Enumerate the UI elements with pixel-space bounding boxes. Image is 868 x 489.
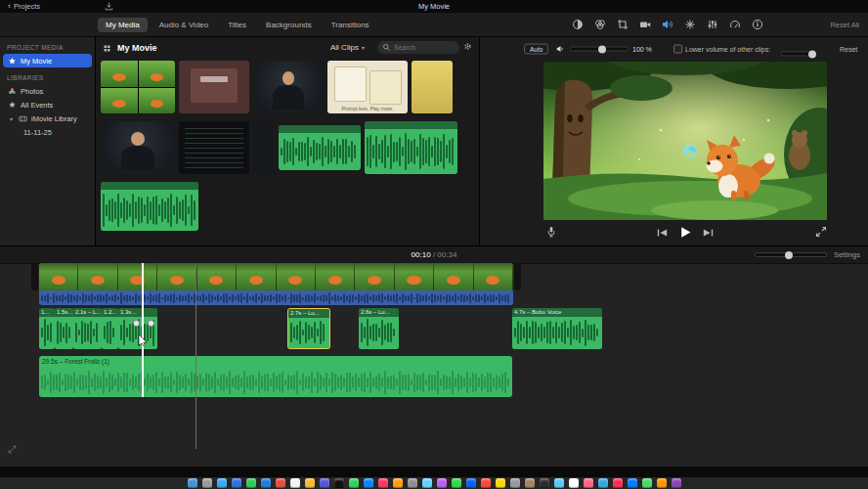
- noise-reduction-icon[interactable]: [684, 19, 696, 30]
- previous-frame-button[interactable]: [657, 227, 669, 239]
- audio-fade-handle[interactable]: [133, 320, 140, 327]
- media-clip-promo-cards[interactable]: Prompt less. Play more.: [327, 61, 408, 113]
- dock-app-icon[interactable]: [202, 478, 212, 488]
- play-button[interactable]: [679, 226, 692, 239]
- clip-trim-handle-right[interactable]: [514, 263, 521, 290]
- timeline-video-clip[interactable]: [39, 263, 513, 290]
- dock-app-icon[interactable]: [246, 478, 256, 488]
- timeline-audio-clip-7[interactable]: 2.6s – Lu...: [359, 308, 399, 349]
- back-to-projects-button[interactable]: ‹ Projects: [8, 2, 40, 11]
- dock-app-icon[interactable]: [598, 478, 608, 488]
- dock-app-icon[interactable]: [628, 478, 637, 488]
- lower-volume-slider[interactable]: [781, 52, 816, 57]
- dock-app-icon[interactable]: [510, 478, 520, 488]
- dock-app-icon[interactable]: [613, 478, 623, 488]
- dock-app-icon[interactable]: [408, 478, 417, 488]
- volume-slider-knob[interactable]: [598, 45, 606, 53]
- dock-app-icon[interactable]: [334, 478, 344, 488]
- dock-app-icon[interactable]: [554, 478, 564, 488]
- tab-backgrounds[interactable]: Backgrounds: [258, 18, 320, 32]
- timeline-zoom-corner-icon[interactable]: [8, 445, 17, 454]
- lower-volume-slider-knob[interactable]: [808, 50, 816, 58]
- media-clip-terminal[interactable]: [179, 121, 249, 174]
- dock-app-icon[interactable]: [393, 478, 403, 488]
- auto-volume-button[interactable]: Auto: [524, 44, 548, 55]
- info-icon[interactable]: [752, 19, 763, 30]
- import-media-icon[interactable]: [105, 2, 113, 11]
- timeline-zoom-knob[interactable]: [785, 251, 793, 259]
- media-clip-screenshot-brown[interactable]: [179, 61, 249, 113]
- timeline-audio-clip-1[interactable]: 1...: [39, 308, 55, 349]
- browser-settings-gear-icon[interactable]: [463, 42, 472, 51]
- media-clip-talking-head[interactable]: [253, 61, 324, 113]
- timeline-audio-clip-3[interactable]: 2.1s – L...: [73, 308, 102, 349]
- stabilization-icon[interactable]: [639, 19, 651, 30]
- tab-transitions[interactable]: Transitions: [324, 18, 377, 32]
- equalizer-icon[interactable]: [707, 19, 718, 30]
- media-clip-yellow[interactable]: [412, 61, 453, 113]
- microphone-icon[interactable]: [545, 226, 557, 238]
- dock-app-icon[interactable]: [422, 478, 432, 488]
- sidebar-item-photos[interactable]: Photos: [0, 84, 95, 98]
- dock-app-icon[interactable]: [290, 478, 300, 488]
- audio-fade-handle[interactable]: [148, 320, 154, 327]
- media-clip-audio-2[interactable]: [365, 121, 457, 174]
- dock-app-icon[interactable]: [320, 478, 329, 488]
- dock-app-icon[interactable]: [657, 478, 667, 488]
- clip-filter-dropdown[interactable]: All Clips ▾: [330, 43, 365, 52]
- clip-trim-handle-left[interactable]: [31, 263, 38, 290]
- sidebar-item-event-11-11-25[interactable]: 11-11-25: [0, 125, 95, 139]
- tab-my-media[interactable]: My Media: [98, 18, 148, 32]
- media-clip-fox-frames[interactable]: [101, 61, 175, 113]
- dock-app-icon[interactable]: [540, 478, 549, 488]
- timeline-music-clip-forest-frolic[interactable]: 29.5s – Forest Frolic (1): [39, 356, 512, 397]
- timeline-audio-clip-4[interactable]: 1.2...: [102, 308, 118, 349]
- media-clip-audio-1[interactable]: [279, 125, 361, 170]
- volume-slider[interactable]: [570, 47, 629, 52]
- color-balance-icon[interactable]: [572, 19, 584, 30]
- dock-app-icon[interactable]: [232, 478, 241, 488]
- dock-app-icon[interactable]: [437, 478, 447, 488]
- timeline-audio-clip-bobo-voice[interactable]: 4.7s – Bobo Voice: [512, 308, 602, 349]
- next-frame-button[interactable]: [703, 227, 715, 239]
- dock-app-icon[interactable]: [217, 478, 227, 488]
- color-correction-icon[interactable]: [594, 19, 606, 30]
- dock-app-icon[interactable]: [349, 478, 359, 488]
- settings-button[interactable]: Settings: [834, 250, 860, 259]
- timeline-zoom-slider[interactable]: [755, 252, 827, 257]
- playhead[interactable]: [142, 263, 144, 397]
- timeline-video-audio-strip[interactable]: [39, 290, 513, 305]
- media-clip-webcam-person[interactable]: [101, 121, 175, 174]
- dock-app-icon[interactable]: [378, 478, 388, 488]
- disclosure-chevron-icon[interactable]: ▾: [8, 115, 15, 122]
- dock-app-icon[interactable]: [481, 478, 491, 488]
- dock-app-icon[interactable]: [466, 478, 476, 488]
- media-clip-dark-sliver[interactable]: [253, 121, 273, 174]
- timeline-audio-clip-6-selected[interactable]: 2.7s – Lu...: [287, 308, 330, 349]
- dock-app-icon[interactable]: [188, 478, 197, 488]
- tab-titles[interactable]: Titles: [220, 18, 254, 32]
- dock-app-icon[interactable]: [584, 478, 593, 488]
- speed-icon[interactable]: [729, 19, 741, 30]
- sidebar-item-my-movie[interactable]: My Movie: [3, 54, 92, 67]
- dock-app-icon[interactable]: [305, 478, 315, 488]
- dock-app-icon[interactable]: [569, 478, 579, 488]
- reset-button[interactable]: Reset: [840, 46, 857, 53]
- dock-app-icon[interactable]: [276, 478, 285, 488]
- volume-icon[interactable]: [662, 19, 673, 30]
- dock-app-icon[interactable]: [452, 478, 461, 488]
- fullscreen-icon[interactable]: [815, 226, 827, 238]
- reset-all-button[interactable]: Reset All: [830, 21, 859, 29]
- search-field[interactable]: [377, 41, 459, 54]
- dock-app-icon[interactable]: [672, 478, 681, 488]
- sidebar-item-all-events[interactable]: All Events: [0, 98, 95, 111]
- grid-view-icon[interactable]: [103, 44, 111, 53]
- dock-app-icon[interactable]: [364, 478, 373, 488]
- search-input[interactable]: [394, 44, 455, 51]
- media-clip-audio-3[interactable]: [101, 182, 198, 231]
- timeline-audio-clip-2[interactable]: 1.5s...: [55, 308, 73, 349]
- dock-app-icon[interactable]: [642, 478, 652, 488]
- lower-volume-checkbox[interactable]: [673, 45, 682, 54]
- crop-icon[interactable]: [617, 19, 629, 30]
- dock-app-icon[interactable]: [525, 478, 535, 488]
